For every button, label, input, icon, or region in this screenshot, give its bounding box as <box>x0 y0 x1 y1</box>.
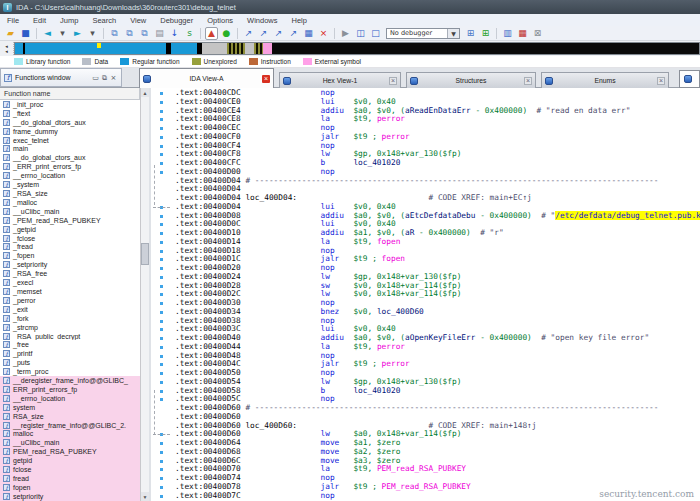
menu-help[interactable]: Help <box>285 16 314 25</box>
function-row[interactable]: fRSA_size <box>0 412 140 421</box>
debugger-options-icon[interactable]: ⊞ <box>479 27 492 40</box>
restore-icon[interactable]: ▭ <box>91 73 100 82</box>
menu-search[interactable]: Search <box>85 16 123 25</box>
attach-process-icon[interactable]: ⊞ <box>464 27 477 40</box>
jump-window-2-icon[interactable]: ⧉ <box>123 27 136 40</box>
function-row[interactable]: f_ftext <box>0 109 140 118</box>
function-row[interactable]: f_malloc <box>0 198 140 207</box>
function-row[interactable]: f_init_proc <box>0 100 140 109</box>
jump-window-1-icon[interactable]: ⧉ <box>108 27 121 40</box>
chevron-down-icon[interactable]: ▼ <box>447 29 459 38</box>
function-row[interactable]: f_system <box>0 180 140 189</box>
function-row[interactable]: f_fclose <box>0 234 140 243</box>
tab-hex-view-1[interactable]: Hex View-1× <box>279 72 401 88</box>
forward-dropdown-icon[interactable]: ▾ <box>86 27 99 40</box>
function-row[interactable]: fexec_telnet <box>0 136 140 145</box>
function-row[interactable]: ffopen <box>0 483 140 492</box>
function-row[interactable]: f__deregister_frame_info@@GLIBC_ <box>0 376 140 385</box>
scroll-down-icon[interactable]: ▼ <box>141 492 149 501</box>
function-row[interactable]: f_term_proc <box>0 367 140 376</box>
function-row[interactable]: f__do_global_dtors_aux <box>0 118 140 127</box>
tab-ida-view-a[interactable]: IDA View-A× <box>139 68 274 88</box>
navband-handle[interactable]: ◂ ◂ <box>0 42 14 55</box>
jump-window-3-icon[interactable]: ⧉ <box>138 27 151 40</box>
function-row[interactable]: f_getpid <box>0 225 140 234</box>
function-row[interactable]: fsystem <box>0 403 140 412</box>
open-subview-icon[interactable]: ▥ <box>501 27 514 40</box>
function-row[interactable]: f_fork <box>0 314 140 323</box>
debugger-select[interactable]: No debugger ▼ <box>386 28 460 39</box>
function-row[interactable]: f_setpriority <box>0 260 140 269</box>
functions-window-header[interactable]: f Functions window ▭⧉× <box>0 68 122 87</box>
function-row[interactable]: ffread <box>0 474 140 483</box>
function-row[interactable]: fsetpriority <box>0 492 140 501</box>
save-file-icon[interactable]: ■ <box>19 27 32 40</box>
function-row[interactable]: fframe_dummy <box>0 127 140 136</box>
scroll-up-icon[interactable]: ▲ <box>141 88 149 97</box>
chart-xrefs-to-icon[interactable]: ↗ <box>257 27 270 40</box>
back-dropdown-icon[interactable]: ▾ <box>56 27 69 40</box>
menu-file[interactable]: File <box>0 16 26 25</box>
functions-scrollbar[interactable]: ▲ ▼ <box>140 88 149 501</box>
tab-close-icon[interactable]: × <box>524 77 532 85</box>
menu-debugger[interactable]: Debugger <box>153 16 200 25</box>
navigate-forward-icon[interactable]: ► <box>71 27 84 40</box>
function-row[interactable]: f_RSA_free <box>0 269 140 278</box>
function-row[interactable]: fgetpid <box>0 456 140 465</box>
menu-edit[interactable]: Edit <box>26 16 53 25</box>
tab-close-icon[interactable]: × <box>262 75 270 83</box>
navigate-back-icon[interactable]: ◄ <box>41 27 54 40</box>
delete-breakpoint-icon[interactable]: ⊠ <box>531 27 544 40</box>
functions-column-header[interactable]: Function name <box>0 88 140 100</box>
function-row[interactable]: f__do_global_ctors_aux <box>0 153 140 162</box>
function-row[interactable]: ffclose <box>0 465 140 474</box>
tab-overflow[interactable] <box>679 70 700 88</box>
close-icon[interactable]: × <box>109 73 118 82</box>
print-icon[interactable]: ▤ <box>153 27 166 40</box>
function-row[interactable]: f__errno_location <box>0 394 140 403</box>
tab-structures[interactable]: Structures× <box>406 72 536 88</box>
function-row[interactable]: fmain <box>0 145 140 154</box>
chart-functions-icon[interactable]: ↗ <box>242 27 255 40</box>
tab-close-icon[interactable]: × <box>389 77 397 85</box>
function-row[interactable]: f_fopen <box>0 251 140 260</box>
function-row[interactable]: f__errno_location <box>0 171 140 180</box>
function-row[interactable]: f_RSA_size <box>0 189 140 198</box>
function-row[interactable]: f__uClibc_main <box>0 207 140 216</box>
chart-custom-icon[interactable]: ▦ <box>302 27 315 40</box>
menu-view[interactable]: View <box>123 16 153 25</box>
function-row[interactable]: f_execl <box>0 278 140 287</box>
function-row[interactable]: f_free <box>0 340 140 349</box>
chart-user-icon[interactable]: ↗ <box>287 27 300 40</box>
function-row[interactable]: f_puts <box>0 358 140 367</box>
function-row[interactable]: f_RSA_public_decrypt <box>0 332 140 341</box>
navigation-band[interactable] <box>14 42 700 55</box>
open-file-icon[interactable]: ▰ <box>4 27 17 40</box>
menu-windows[interactable]: Windows <box>240 16 284 25</box>
cancel-icon[interactable]: × <box>317 27 330 40</box>
menu-jump[interactable]: Jump <box>53 16 85 25</box>
debug-stop-icon[interactable]: □ <box>369 27 382 40</box>
function-row[interactable]: f_ERR_print_errors_fp <box>0 162 140 171</box>
function-row[interactable]: fPEM_read_RSA_PUBKEY <box>0 447 140 456</box>
analysis-indicator-icon[interactable]: ● <box>220 27 233 40</box>
tab-enums[interactable]: Enums× <box>541 72 669 88</box>
function-row[interactable]: fERR_print_errors_fp <box>0 385 140 394</box>
flowchart-icon[interactable]: ▲ <box>205 27 218 40</box>
debug-pause-icon[interactable]: ◫ <box>354 27 367 40</box>
function-row[interactable]: f_memset <box>0 287 140 296</box>
function-row[interactable]: f_printf <box>0 349 140 358</box>
function-row[interactable]: f__register_frame_info@@GLIBC_2. <box>0 421 140 430</box>
function-row[interactable]: f_perror <box>0 296 140 305</box>
script-icon[interactable]: s <box>183 27 196 40</box>
function-row[interactable]: f_PEM_read_RSA_PUBKEY <box>0 216 140 225</box>
menu-options[interactable]: Options <box>200 16 240 25</box>
function-row[interactable]: f_exit <box>0 305 140 314</box>
function-row[interactable]: f_strcmp <box>0 323 140 332</box>
tab-close-icon[interactable]: × <box>657 77 665 85</box>
float-icon[interactable]: ⧉ <box>100 73 109 82</box>
breakpoints-icon[interactable]: ▦ <box>516 27 529 40</box>
function-row[interactable]: f_fread <box>0 243 140 252</box>
function-row[interactable]: fmalloc <box>0 430 140 439</box>
debug-run-icon[interactable]: ▶ <box>339 27 352 40</box>
